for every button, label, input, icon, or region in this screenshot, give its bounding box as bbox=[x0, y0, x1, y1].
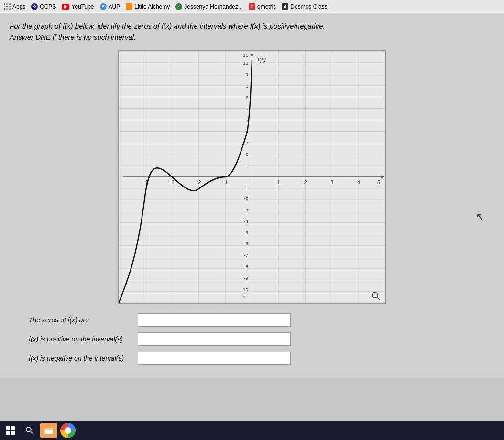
svg-text:-2: -2 bbox=[244, 196, 248, 201]
svg-text:8: 8 bbox=[245, 83, 248, 88]
youtube-label: YouTube bbox=[71, 3, 94, 10]
apps-menu[interactable]: Apps bbox=[4, 3, 25, 10]
svg-text:2: 2 bbox=[245, 152, 248, 157]
svg-line-74 bbox=[31, 431, 33, 434]
negative-label: f(x) is negative on the interval(s) bbox=[29, 354, 134, 362]
negative-input[interactable] bbox=[138, 352, 291, 365]
svg-text:4: 4 bbox=[357, 179, 360, 185]
svg-text:11: 11 bbox=[243, 53, 249, 58]
positive-row: f(x) is positive on the inverval(s) bbox=[29, 332, 475, 346]
svg-text:10: 10 bbox=[243, 60, 249, 66]
browser-toolbar: Apps O OCPS YouTube A AUP Little Alchemy… bbox=[0, 0, 504, 13]
search-icon bbox=[25, 426, 34, 435]
positive-input[interactable] bbox=[138, 332, 291, 346]
problem-text: For the graph of f(x) below, identify th… bbox=[10, 21, 494, 43]
gmetric-icon bbox=[249, 3, 255, 10]
jessenya-label: Jessenya Hernandez... bbox=[184, 3, 243, 10]
negative-row: f(x) is negative on the interval(s) bbox=[29, 352, 475, 365]
graph-container: -1 -2 -3 -4 1 2 3 4 5 1 2 3 4 5 6 7 bbox=[118, 50, 386, 304]
svg-text:-2: -2 bbox=[197, 179, 201, 185]
aup-icon: A bbox=[100, 3, 107, 10]
svg-text:6: 6 bbox=[245, 106, 248, 111]
zeros-input[interactable] bbox=[138, 313, 291, 327]
svg-text:1: 1 bbox=[277, 179, 280, 185]
file-explorer-button[interactable] bbox=[40, 423, 57, 438]
problem-line1: For the graph of f(x) below, identify th… bbox=[10, 22, 325, 30]
desmos-icon: d bbox=[282, 3, 288, 10]
svg-text:-6: -6 bbox=[244, 241, 248, 246]
svg-text:3: 3 bbox=[245, 140, 248, 145]
little-alchemy-label: Little Alchemy bbox=[134, 3, 170, 10]
svg-text:-1: -1 bbox=[223, 179, 228, 185]
svg-text:-1: -1 bbox=[244, 184, 248, 189]
little-alchemy-tab[interactable]: Little Alchemy bbox=[126, 3, 170, 10]
youtube-icon bbox=[62, 4, 69, 10]
windows-start-button[interactable] bbox=[2, 423, 19, 438]
positive-label: f(x) is positive on the inverval(s) bbox=[29, 335, 134, 343]
apps-label: Apps bbox=[12, 3, 25, 10]
zeros-label: The zeros of f(x) are bbox=[29, 316, 134, 324]
svg-text:-8: -8 bbox=[244, 264, 248, 269]
svg-text:-4: -4 bbox=[244, 219, 248, 224]
svg-text:2: 2 bbox=[304, 179, 307, 185]
jessenya-icon bbox=[175, 3, 182, 10]
svg-text:-3: -3 bbox=[170, 179, 175, 185]
gmetric-tab[interactable]: gmetric bbox=[249, 3, 276, 10]
windows-icon bbox=[6, 426, 15, 435]
chrome-icon bbox=[60, 423, 76, 438]
graph-svg: -1 -2 -3 -4 1 2 3 4 5 1 2 3 4 5 6 7 bbox=[119, 51, 385, 303]
svg-text:1: 1 bbox=[245, 163, 248, 168]
desmos-label: Desmos Class bbox=[290, 3, 327, 10]
jessenya-tab[interactable]: Jessenya Hernandez... bbox=[175, 3, 243, 10]
svg-text:5: 5 bbox=[377, 179, 380, 185]
svg-text:-7: -7 bbox=[244, 253, 248, 258]
main-content: For the graph of f(x) below, identify th… bbox=[0, 13, 504, 378]
youtube-tab[interactable]: YouTube bbox=[62, 3, 94, 10]
svg-text:3: 3 bbox=[330, 179, 333, 185]
svg-point-73 bbox=[26, 427, 31, 432]
chrome-button[interactable] bbox=[59, 423, 77, 438]
svg-text:-11: -11 bbox=[241, 294, 249, 299]
taskbar-search-button[interactable] bbox=[21, 423, 38, 438]
svg-text:-10: -10 bbox=[241, 287, 249, 292]
svg-text:f(x): f(x) bbox=[258, 56, 266, 63]
svg-text:-3: -3 bbox=[244, 207, 248, 212]
file-explorer-icon bbox=[40, 423, 57, 438]
desmos-tab[interactable]: d Desmos Class bbox=[282, 3, 327, 10]
gmetric-label: gmetric bbox=[257, 3, 276, 10]
answers-section: The zeros of f(x) are f(x) is positive o… bbox=[10, 313, 494, 365]
taskbar bbox=[0, 421, 504, 440]
aup-label: AUP bbox=[109, 3, 121, 10]
ocps-icon: O bbox=[31, 3, 38, 10]
svg-text:-5: -5 bbox=[244, 230, 248, 235]
zeros-row: The zeros of f(x) are bbox=[29, 313, 475, 327]
svg-text:9: 9 bbox=[245, 72, 248, 77]
problem-line2: Answer DNE if there is no such interval. bbox=[10, 33, 136, 41]
ocps-tab[interactable]: O OCPS bbox=[31, 3, 56, 10]
aup-tab[interactable]: A AUP bbox=[100, 3, 121, 10]
svg-text:7: 7 bbox=[245, 95, 248, 100]
apps-icon bbox=[4, 3, 11, 10]
little-alchemy-icon bbox=[126, 3, 132, 10]
svg-text:-9: -9 bbox=[244, 275, 248, 281]
ocps-label: OCPS bbox=[40, 3, 56, 10]
